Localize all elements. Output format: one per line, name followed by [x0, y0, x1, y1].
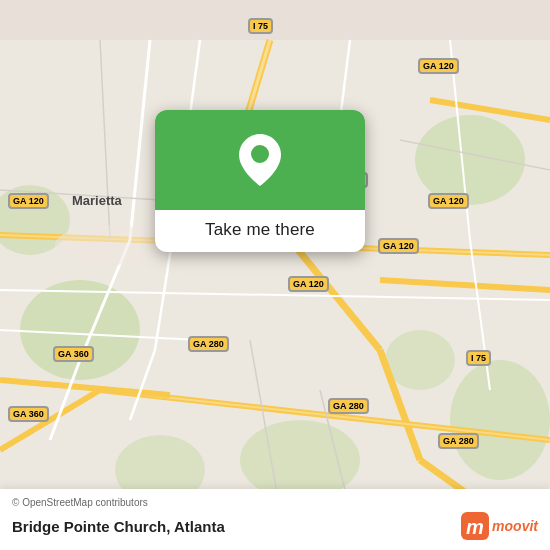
svg-point-3 — [415, 115, 525, 205]
location-pin — [238, 138, 282, 182]
popup-map-area — [155, 110, 365, 210]
highway-label-ga120-left: GA 120 — [8, 193, 49, 209]
city-label-marietta: Marietta — [72, 193, 122, 208]
moovit-icon: m — [461, 512, 489, 540]
highway-label-ga280-right: GA 280 — [328, 398, 369, 414]
highway-label-i75-bottom: I 75 — [466, 350, 491, 366]
svg-point-5 — [240, 420, 360, 500]
highway-label-ga120-right1: GA 120 — [428, 193, 469, 209]
moovit-brand-text: moovit — [492, 518, 538, 534]
highway-label-ga280-mid: GA 280 — [188, 336, 229, 352]
highway-label-ga360-mid: GA 360 — [53, 346, 94, 362]
pin-svg — [239, 134, 281, 186]
svg-point-39 — [55, 225, 165, 265]
map-container: I 75 GA 120 75 GA 120 GA 120 GA 120 GA 1… — [0, 0, 550, 550]
osm-credit: © OpenStreetMap contributors — [12, 497, 538, 508]
take-me-there-button[interactable]: Take me there — [205, 220, 315, 240]
svg-point-40 — [251, 145, 269, 163]
moovit-logo: m moovit — [461, 512, 538, 540]
svg-point-4 — [450, 360, 550, 480]
svg-point-1 — [20, 280, 140, 380]
highway-label-ga360-left: GA 360 — [8, 406, 49, 422]
svg-text:m: m — [466, 516, 484, 538]
bottom-bar: © OpenStreetMap contributors Bridge Poin… — [0, 489, 550, 550]
popup-card: Take me there — [155, 110, 365, 252]
popup-button-section[interactable]: Take me there — [155, 210, 365, 252]
highway-label-ga120-right2: GA 120 — [378, 238, 419, 254]
highway-label-ga120-mid: GA 120 — [288, 276, 329, 292]
highway-label-i175: I 75 — [248, 18, 273, 34]
highway-label-ga120-top: GA 120 — [418, 58, 459, 74]
location-info: Bridge Pointe Church, Atlanta m moovit — [12, 512, 538, 540]
location-name: Bridge Pointe Church, Atlanta — [12, 518, 225, 535]
map-svg — [0, 0, 550, 550]
highway-label-ga280-far: GA 280 — [438, 433, 479, 449]
svg-point-7 — [385, 330, 455, 390]
